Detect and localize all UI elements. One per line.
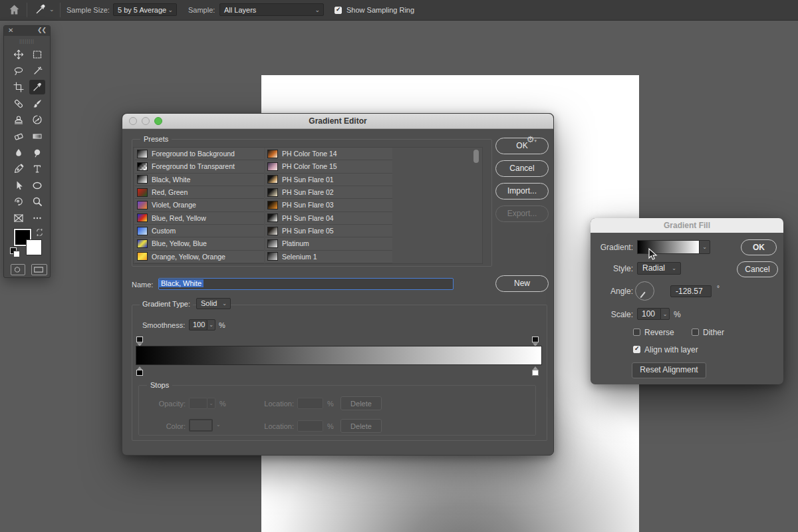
preset-item[interactable]: PH Sun Flare 01	[265, 174, 392, 186]
scale-chevron-icon[interactable]: ⌄	[660, 308, 670, 320]
opacity-input[interactable]	[189, 398, 207, 409]
color-chevron-icon[interactable]: ⌄	[216, 422, 221, 428]
sample-dropdown[interactable]: All Layers⌄	[219, 3, 324, 16]
location-input-1[interactable]	[297, 398, 323, 409]
align-with-layer-checkbox[interactable]	[633, 346, 640, 353]
preset-item[interactable]: PH Sun Flare 05	[265, 225, 392, 237]
lasso-tool[interactable]	[11, 64, 27, 78]
zoom-tool[interactable]	[29, 194, 45, 209]
cancel-button[interactable]: Cancel	[495, 160, 549, 177]
preset-item[interactable]: Red, Green	[135, 186, 264, 199]
angle-dial[interactable]	[635, 281, 654, 301]
smoothness-chevron-icon[interactable]: ⌄	[207, 319, 215, 331]
scale-input[interactable]: 100	[637, 308, 661, 320]
minimize-window-icon[interactable]	[142, 117, 150, 125]
import-button[interactable]: Import...	[495, 183, 549, 200]
swap-colors-icon[interactable]	[35, 227, 44, 239]
ellipse-shape-tool[interactable]	[29, 178, 45, 193]
rotate-view-tool[interactable]	[11, 194, 27, 209]
location-input-2[interactable]	[297, 420, 323, 432]
stop-color-swatch[interactable]	[189, 419, 213, 432]
name-input[interactable]: Black, White	[158, 278, 454, 290]
presets-scrollbar[interactable]	[473, 150, 479, 163]
quick-selection-tool[interactable]	[29, 64, 45, 78]
ok-button[interactable]: OK	[495, 138, 549, 154]
gradient-type-dropdown[interactable]: Solid ⌄	[196, 298, 231, 309]
default-colors-icon[interactable]	[13, 251, 20, 257]
smoothness-label: Smoothness:	[142, 321, 185, 329]
opacity-chevron-icon[interactable]: ⌄	[207, 398, 215, 409]
frame-tool[interactable]	[11, 211, 27, 225]
blur-tool[interactable]	[11, 146, 27, 160]
tool-chevron-icon[interactable]: ⌄	[49, 6, 55, 13]
preset-thumbnail	[137, 252, 148, 261]
preset-item[interactable]: Platinum	[265, 237, 392, 250]
preset-item[interactable]: Blue, Red, Yellow	[135, 212, 264, 225]
close-icon[interactable]: ✕	[8, 27, 13, 34]
export-button[interactable]: Export...	[495, 205, 549, 222]
background-color-swatch[interactable]	[26, 239, 42, 255]
smoothness-input[interactable]: 100	[189, 319, 207, 331]
gradient-type-label: Gradient Type:	[140, 300, 193, 308]
opacity-stop-left[interactable]	[136, 336, 143, 342]
preset-name: Foreground to Transparent	[152, 162, 235, 170]
preset-item[interactable]: PH Sun Flare 02	[265, 186, 392, 199]
gradient-swatch-chevron-icon[interactable]: ⌄	[699, 240, 710, 254]
eraser-tool[interactable]	[11, 129, 27, 144]
move-tool[interactable]	[11, 47, 27, 62]
gradient-preview-bar[interactable]	[136, 346, 542, 365]
color-stop-left[interactable]	[136, 370, 143, 376]
preset-item[interactable]: PH Sun Flare 04	[265, 212, 392, 225]
preset-item[interactable]: PH Sun Flare 03	[265, 199, 392, 211]
clone-stamp-tool[interactable]	[11, 112, 27, 127]
preset-item[interactable]: Foreground to Transparent	[135, 160, 264, 173]
show-sampling-ring-checkbox[interactable]	[334, 7, 342, 14]
eyedropper-tool[interactable]	[29, 80, 45, 94]
reverse-checkbox[interactable]	[633, 329, 640, 336]
close-window-icon[interactable]	[129, 117, 137, 125]
preset-item[interactable]: Custom	[135, 225, 264, 237]
gradient-fill-ok-button[interactable]: OK	[741, 239, 777, 255]
angle-input[interactable]: -128.57	[670, 285, 712, 297]
history-brush-tool[interactable]	[29, 112, 45, 127]
preset-item[interactable]: Selenium 1	[265, 251, 392, 263]
opacity-stop-right[interactable]	[532, 336, 539, 342]
reset-alignment-button[interactable]: Reset Alignment	[632, 362, 706, 378]
name-label: Name:	[132, 281, 153, 289]
zoom-window-icon[interactable]	[154, 117, 162, 125]
eyedropper-tool-icon[interactable]	[35, 3, 47, 18]
gradient-editor-titlebar[interactable]: Gradient Editor	[122, 114, 553, 129]
preset-item[interactable]: Foreground to Background	[135, 148, 264, 160]
rectangular-marquee-tool[interactable]	[29, 47, 45, 62]
collapse-icon[interactable]: ❮❮	[37, 27, 46, 33]
preset-item[interactable]: PH Color Tone 14	[265, 148, 392, 160]
preset-item[interactable]: PH Color Tone 15	[265, 160, 392, 173]
home-icon[interactable]	[9, 4, 20, 18]
new-button[interactable]: New	[495, 275, 549, 292]
path-selection-tool[interactable]	[11, 178, 27, 193]
presets-list: Foreground to BackgroundForeground to Tr…	[133, 147, 483, 264]
preset-item[interactable]: Orange, Yellow, Orange	[135, 251, 264, 263]
dodge-tool[interactable]	[29, 146, 45, 160]
screen-mode-button[interactable]	[31, 264, 47, 275]
style-dropdown[interactable]: Radial ⌄	[637, 262, 681, 275]
preset-item[interactable]: Violet, Orange	[135, 199, 264, 211]
preset-item[interactable]: Black, White	[135, 174, 264, 186]
type-tool[interactable]	[29, 162, 45, 176]
panel-grip[interactable]: ||||||||	[4, 39, 50, 43]
crop-tool[interactable]	[11, 80, 27, 94]
pen-tool[interactable]	[11, 162, 27, 176]
delete-color-stop-button[interactable]: Delete	[340, 419, 382, 433]
sample-size-dropdown[interactable]: 5 by 5 Average⌄	[113, 3, 177, 16]
dither-checkbox[interactable]	[692, 329, 699, 336]
gradient-fill-titlebar[interactable]: Gradient Fill	[591, 218, 783, 233]
quick-mask-button[interactable]	[11, 264, 25, 275]
delete-opacity-stop-button[interactable]: Delete	[340, 396, 382, 410]
more-tools-tool[interactable]	[29, 211, 45, 225]
spot-healing-tool[interactable]	[11, 96, 27, 111]
preset-item[interactable]: Blue, Yellow, Blue	[135, 237, 264, 250]
gradient-tool[interactable]	[29, 129, 45, 144]
gradient-fill-cancel-button[interactable]: Cancel	[737, 261, 778, 277]
color-stop-right[interactable]	[532, 370, 539, 376]
brush-tool[interactable]	[29, 96, 45, 111]
